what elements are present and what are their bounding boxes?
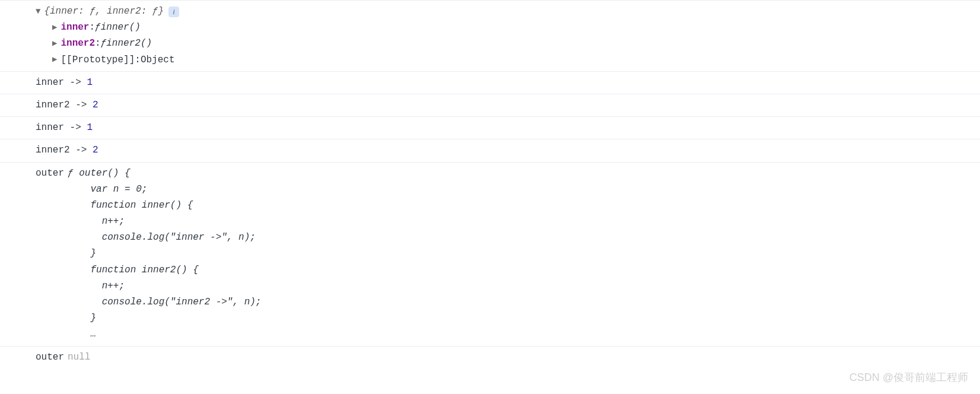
property-value-prefix: ƒ bbox=[95, 20, 101, 36]
object-summary: {inner: ƒ, inner2: ƒ} bbox=[44, 4, 164, 20]
info-icon[interactable]: i bbox=[168, 7, 179, 17]
object-summary-line[interactable]: {inner: ƒ, inner2: ƒ} i bbox=[36, 4, 980, 20]
console-log-line: inner -> 1 bbox=[0, 71, 980, 94]
log-label: inner2 -> bbox=[36, 97, 87, 113]
log-label: inner -> bbox=[36, 75, 81, 91]
outer-prefix: outer bbox=[36, 166, 64, 182]
log-value: 2 bbox=[93, 142, 98, 158]
outer-prefix: outer bbox=[36, 349, 64, 366]
property-value: inner2() bbox=[106, 36, 152, 52]
property-key: inner bbox=[61, 20, 89, 36]
console-row-object[interactable]: {inner: ƒ, inner2: ƒ} i inner: ƒ inner()… bbox=[0, 0, 980, 71]
object-property-inner2[interactable]: inner2: ƒ inner2() bbox=[52, 36, 980, 52]
console-log-line: inner2 -> 2 bbox=[0, 139, 980, 161]
disclosure-triangle-right-icon[interactable] bbox=[52, 53, 57, 67]
disclosure-triangle-down-icon[interactable] bbox=[36, 5, 40, 19]
property-key: inner2 bbox=[61, 36, 95, 52]
object-prototype[interactable]: [[Prototype]]: Object bbox=[52, 52, 980, 68]
object-property-inner[interactable]: inner: ƒ inner() bbox=[52, 20, 980, 36]
log-value: 1 bbox=[87, 120, 93, 136]
prototype-value: Object bbox=[141, 52, 175, 68]
console-output: {inner: ƒ, inner2: ƒ} i inner: ƒ inner()… bbox=[0, 0, 980, 368]
log-value: 1 bbox=[87, 75, 93, 91]
outer-fn-source: ƒ outer() { var n = 0; function inner() … bbox=[68, 166, 261, 343]
null-value: null bbox=[68, 349, 90, 366]
disclosure-triangle-right-icon[interactable] bbox=[52, 37, 57, 51]
disclosure-triangle-right-icon[interactable] bbox=[52, 21, 57, 35]
console-row-outer-null: outer null bbox=[0, 346, 980, 368]
object-properties: inner: ƒ inner() inner2: ƒ inner2() [[Pr… bbox=[36, 20, 980, 68]
property-value: inner() bbox=[101, 20, 141, 36]
prototype-key: [[Prototype]] bbox=[61, 52, 135, 68]
console-log-line: inner2 -> 2 bbox=[0, 94, 980, 116]
property-value-prefix: ƒ bbox=[101, 36, 107, 52]
log-label: inner -> bbox=[36, 120, 81, 136]
console-log-line: inner -> 1 bbox=[0, 116, 980, 139]
log-label: inner2 -> bbox=[36, 142, 87, 158]
console-row-outer-fn[interactable]: outer ƒ outer() { var n = 0; function in… bbox=[0, 162, 980, 346]
log-value: 2 bbox=[93, 97, 98, 113]
